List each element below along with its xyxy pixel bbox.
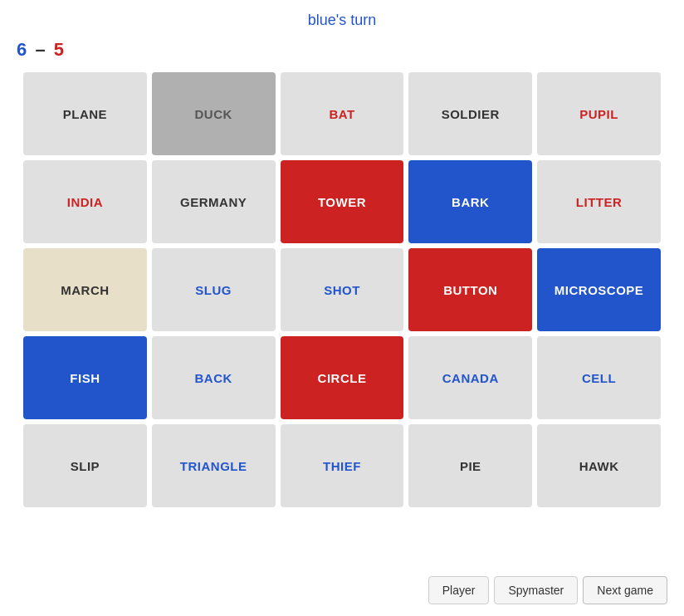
card-grid: PLANEDUCKBATSOLDIERPUPILINDIAGERMANYTOWE… [0,72,684,507]
card-fish[interactable]: FISH [23,336,147,419]
card-soldier[interactable]: SOLDIER [408,72,532,155]
card-cell[interactable]: CELL [537,336,661,419]
card-bat[interactable]: BAT [281,72,404,155]
score-blue: 6 [17,39,27,60]
card-bark[interactable]: BARK [408,160,532,243]
card-button[interactable]: BUTTON [408,248,532,331]
turn-label: blue's turn [308,12,377,28]
card-tower[interactable]: TOWER [281,160,404,243]
card-india[interactable]: INDIA [23,160,147,243]
score-area: 6 – 5 [0,34,684,69]
card-pie[interactable]: PIE [408,424,532,507]
card-plane[interactable]: PLANE [23,72,147,155]
card-march[interactable]: MARCH [23,248,147,331]
card-slip[interactable]: SLIP [23,424,147,507]
card-back[interactable]: BACK [152,336,276,419]
card-hawk[interactable]: HAWK [537,424,661,507]
header: blue's turn [0,0,684,34]
card-thief[interactable]: THIEF [281,424,404,507]
card-slug[interactable]: SLUG [152,248,276,331]
card-shot[interactable]: SHOT [281,248,404,331]
card-triangle[interactable]: TRIANGLE [152,424,276,507]
card-duck[interactable]: DUCK [152,72,276,155]
card-canada[interactable]: CANADA [408,336,532,419]
card-germany[interactable]: GERMANY [152,160,276,243]
card-litter[interactable]: LITTER [537,160,661,243]
score-dash: – [35,39,45,60]
score-red: 5 [54,39,64,60]
footer: Player Spymaster Next game [428,576,667,604]
card-circle[interactable]: CIRCLE [281,336,404,419]
player-button[interactable]: Player [428,576,490,604]
card-pupil[interactable]: PUPIL [537,72,661,155]
next-game-button[interactable]: Next game [583,576,667,604]
spymaster-button[interactable]: Spymaster [494,576,578,604]
card-microscope[interactable]: MICROSCOPE [537,248,661,331]
